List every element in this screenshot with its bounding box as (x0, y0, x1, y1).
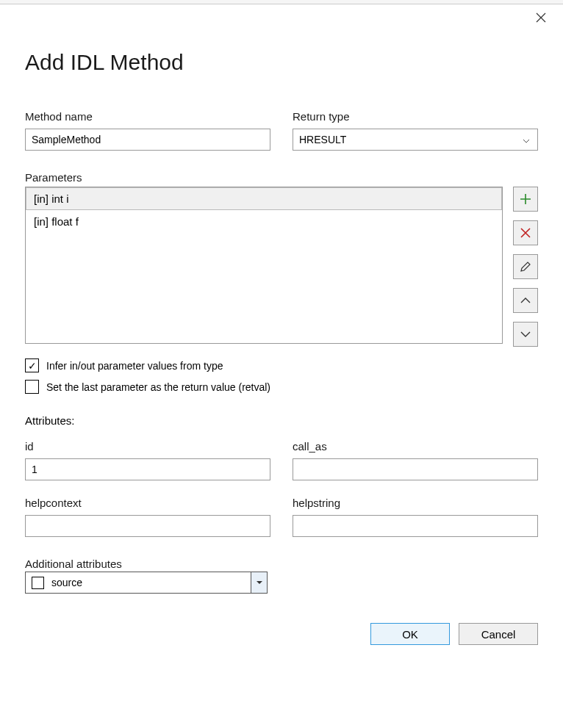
helpcontext-input[interactable] (25, 515, 270, 537)
id-label: id (25, 440, 270, 453)
list-item[interactable]: [in] float f (26, 210, 502, 233)
x-icon (519, 226, 532, 239)
call-as-label: call_as (293, 440, 538, 453)
retval-checkbox[interactable] (25, 380, 39, 394)
list-item[interactable]: [in] int i (26, 187, 502, 210)
parameters-listbox[interactable]: [in] int i [in] float f (25, 187, 503, 344)
infer-label: Infer in/out parameter values from type (46, 360, 223, 372)
move-up-button[interactable] (513, 288, 538, 313)
method-name-label: Method name (25, 110, 270, 123)
infer-checkbox[interactable] (25, 358, 39, 372)
return-type-label: Return type (293, 110, 538, 123)
method-name-input[interactable] (25, 129, 270, 151)
chevron-up-icon (520, 297, 531, 304)
chevron-down-icon (520, 331, 531, 338)
helpcontext-label: helpcontext (25, 497, 270, 509)
additional-attributes-dropdown[interactable] (251, 572, 268, 594)
additional-attributes-value: source (51, 577, 82, 588)
add-button[interactable] (513, 187, 538, 212)
move-down-button[interactable] (513, 322, 538, 347)
dialog-body: Add IDL Method Method name Return type H… (0, 4, 563, 663)
helpstring-label: helpstring (293, 497, 538, 509)
cancel-button[interactable]: Cancel (459, 623, 538, 645)
plus-icon (519, 192, 532, 206)
remove-button[interactable] (513, 220, 538, 245)
return-type-value: HRESULT (299, 134, 346, 145)
parameters-label: Parameters (25, 171, 82, 184)
edit-button[interactable] (513, 254, 538, 279)
additional-attributes-label: Additional attributes (25, 558, 122, 570)
retval-label: Set the last parameter as the return val… (46, 381, 270, 393)
page-title: Add IDL Method (25, 50, 538, 75)
helpstring-input[interactable] (293, 515, 538, 537)
call-as-input[interactable] (293, 458, 538, 480)
id-input[interactable] (25, 458, 270, 480)
attributes-heading: Attributes: (25, 414, 538, 427)
chevron-down-icon (257, 581, 262, 585)
close-icon[interactable] (535, 12, 547, 24)
additional-attributes-checkbox[interactable] (32, 577, 44, 589)
ok-button[interactable]: OK (370, 623, 450, 645)
chevron-down-icon (523, 134, 530, 145)
additional-attributes-combo[interactable]: source (25, 572, 251, 594)
pencil-icon (519, 260, 532, 273)
return-type-dropdown[interactable]: HRESULT (293, 129, 538, 151)
